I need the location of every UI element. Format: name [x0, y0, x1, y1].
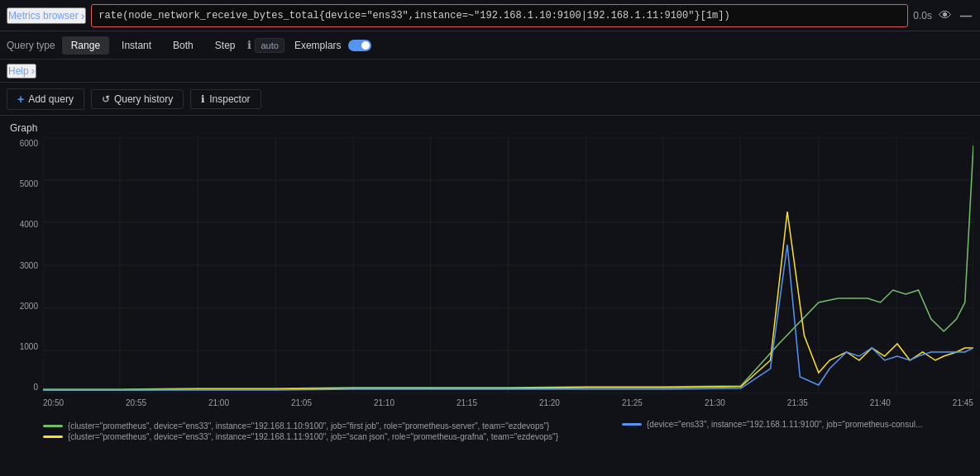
- collapse-icon[interactable]: —: [958, 7, 973, 24]
- x-label-2130: 21:30: [705, 398, 725, 407]
- legend-text-0: {cluster="prometheus", device="ens33", i…: [68, 421, 549, 431]
- x-label-2115: 21:15: [457, 398, 477, 407]
- add-query-button[interactable]: + Add query: [7, 88, 84, 110]
- legend-text-2: {device="ens33", instance="192.168.1.11:…: [647, 420, 922, 429]
- legend-item-2: {device="ens33", instance="192.168.1.11:…: [622, 420, 937, 429]
- help-chevron: ›: [31, 65, 35, 77]
- inspector-label: Inspector: [209, 93, 250, 105]
- help-button[interactable]: Help ›: [7, 64, 36, 79]
- query-input[interactable]: [91, 4, 908, 27]
- x-label-2050: 20:50: [43, 398, 64, 407]
- eye-icon[interactable]: 👁: [937, 7, 954, 25]
- step-auto-value: auto: [255, 38, 284, 53]
- legend: {cluster="prometheus", device="ens33", i…: [7, 418, 973, 432]
- x-label-2125: 21:25: [622, 398, 643, 407]
- metrics-browser-button[interactable]: Metrics browser ›: [7, 7, 86, 24]
- x-label-2100: 21:00: [208, 398, 229, 407]
- tab-range[interactable]: Range: [62, 36, 109, 55]
- y-label-1000: 1000: [7, 342, 38, 351]
- graph-wrap: 0 1000 2000 3000 4000 5000 6000: [7, 137, 973, 418]
- x-label-2140: 21:40: [870, 398, 891, 407]
- action-bar: + Add query ↺ Query history ℹ Inspector: [0, 83, 980, 116]
- query-type-label: Query type: [7, 40, 55, 51]
- tab-instant[interactable]: Instant: [112, 36, 160, 55]
- chart-area: [43, 137, 973, 393]
- y-label-0: 0: [7, 383, 38, 392]
- top-bar: Metrics browser › 0.0s 👁 —: [0, 0, 980, 31]
- x-label-2055: 20:55: [126, 398, 146, 407]
- legend-text-1: {cluster="prometheus", device="ens33", i…: [68, 432, 558, 441]
- help-bar: Help ›: [0, 60, 980, 83]
- x-label-2105: 21:05: [291, 398, 312, 407]
- tab-both[interactable]: Both: [164, 36, 203, 55]
- x-axis: 20:50 20:55 21:00 21:05 21:10 21:15 21:2…: [43, 395, 973, 418]
- legend-item-1: {cluster="prometheus", device="ens33", i…: [43, 432, 937, 441]
- graph-title: Graph: [7, 122, 973, 134]
- history-icon: ↺: [102, 93, 110, 105]
- metrics-browser-label: Metrics browser: [8, 10, 79, 21]
- step-info-icon[interactable]: ℹ: [247, 39, 251, 51]
- x-label-2135: 21:35: [787, 398, 808, 407]
- inspector-icon: ℹ: [201, 93, 205, 105]
- x-label-2145: 21:45: [953, 398, 973, 407]
- query-time: 0.0s: [913, 10, 932, 21]
- legend-color-blue: [622, 423, 642, 426]
- plus-icon: +: [17, 93, 24, 106]
- exemplars-label: Exemplars: [294, 40, 342, 51]
- x-label-2120: 21:20: [539, 398, 560, 407]
- y-label-4000: 4000: [7, 220, 38, 229]
- help-label: Help: [8, 65, 29, 77]
- add-query-label: Add query: [28, 93, 74, 105]
- y-axis: 0 1000 2000 3000 4000 5000 6000: [7, 137, 41, 393]
- y-label-6000: 6000: [7, 139, 38, 148]
- y-label-2000: 2000: [7, 302, 38, 311]
- y-label-3000: 3000: [7, 261, 38, 270]
- chart-svg: [43, 137, 973, 393]
- exemplars-toggle[interactable]: [348, 40, 371, 51]
- tab-step[interactable]: Step: [206, 36, 245, 55]
- x-label-2110: 21:10: [374, 398, 394, 407]
- y-label-5000: 5000: [7, 179, 38, 188]
- legend-color-green: [43, 425, 63, 427]
- query-history-label: Query history: [114, 93, 173, 105]
- inspector-button[interactable]: ℹ Inspector: [190, 89, 261, 109]
- legend-color-yellow: [43, 436, 63, 438]
- query-history-button[interactable]: ↺ Query history: [91, 89, 184, 109]
- query-type-bar: Query type Range Instant Both Step ℹ aut…: [0, 31, 980, 60]
- metrics-browser-chevron: ›: [81, 9, 85, 22]
- graph-container: Graph 0 1000 2000 3000 4000 5000 6000: [0, 116, 980, 432]
